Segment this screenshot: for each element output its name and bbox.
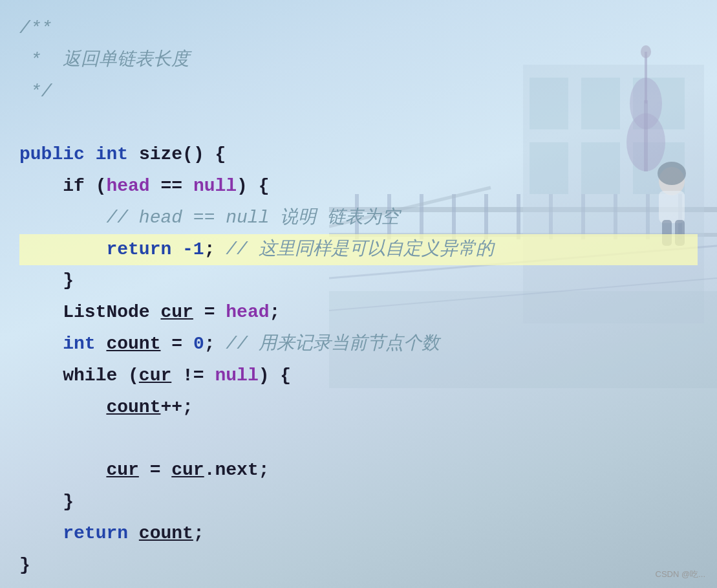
line-17: return count;: [19, 518, 698, 550]
line-16: }: [19, 486, 698, 518]
line-blank-1: [19, 107, 698, 139]
line-10: ListNode cur = head;: [19, 297, 698, 329]
line-11: int count = 0; // 用来记录当前节点个数: [19, 329, 698, 360]
line-18: }: [19, 550, 698, 582]
line-blank-2: [19, 423, 698, 455]
line-5: public int size() {: [19, 139, 698, 171]
line-9: }: [19, 265, 698, 297]
line-15: cur = cur.next;: [19, 455, 698, 486]
line-comment-1: /**: [19, 13, 698, 45]
code-block: /** * 返回单链表长度 */ public int size() { if …: [19, 13, 698, 581]
code-overlay: /** * 返回单链表长度 */ public int size() { if …: [0, 0, 717, 588]
csdn-watermark: CSDN @吃...: [656, 569, 705, 580]
line-7: // head == null 说明 链表为空: [19, 202, 698, 234]
line-12: while (cur != null) {: [19, 360, 698, 392]
line-8-highlighted: return -1; // 这里同样是可以自定义异常的: [19, 234, 698, 266]
line-13: count++;: [19, 392, 698, 424]
line-6: if (head == null) {: [19, 171, 698, 202]
line-comment-2: * 返回单链表长度: [19, 45, 698, 76]
line-comment-3: */: [19, 76, 698, 108]
